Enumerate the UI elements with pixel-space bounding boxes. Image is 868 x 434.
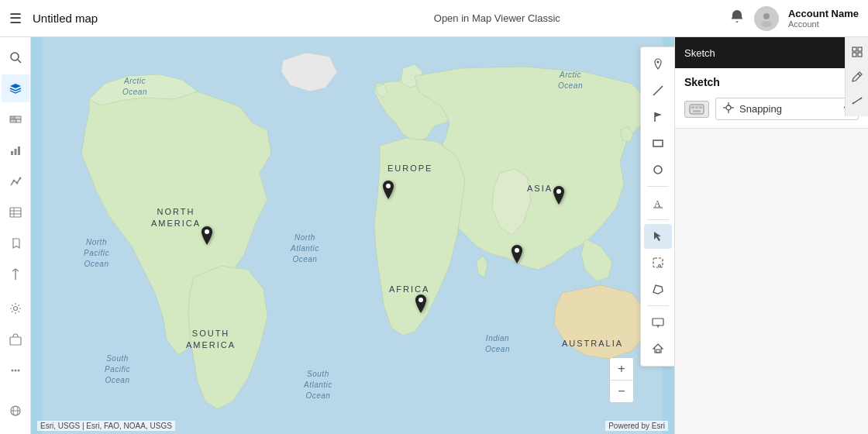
marker-south-asia[interactable]: [510, 245, 524, 264]
lasso-tool-button[interactable]: [644, 250, 672, 275]
svg-rect-48: [852, 53, 856, 57]
svg-point-34: [656, 61, 659, 64]
sidebar-item-more[interactable]: [2, 356, 29, 384]
svg-rect-47: [858, 47, 862, 51]
select-tool-button[interactable]: [644, 224, 672, 249]
svg-point-59: [726, 105, 731, 110]
zoom-controls: + −: [609, 357, 634, 403]
panel-content-area: [675, 129, 868, 434]
sidebar-item-analysis[interactable]: [2, 136, 29, 164]
svg-rect-56: [695, 106, 698, 108]
left-sidebar: [0, 37, 31, 434]
topbar-right: Account Name Account: [729, 6, 859, 31]
svg-rect-5: [15, 116, 21, 119]
circle-tool-button[interactable]: [644, 157, 672, 182]
svg-line-52: [852, 102, 854, 104]
svg-point-20: [11, 370, 13, 372]
svg-point-30: [556, 189, 561, 194]
map-powered-by: Powered by Esri: [605, 421, 668, 431]
account-info: Account Name Account: [788, 8, 859, 29]
keyboard-shortcut-icon[interactable]: [684, 101, 709, 118]
sidebar-item-basemap[interactable]: [2, 105, 29, 133]
svg-point-1: [761, 21, 772, 27]
pin-tool-button[interactable]: [644, 52, 672, 77]
text-tool-button[interactable]: A: [644, 191, 672, 215]
right-panel: Sketch Sketch ×: [674, 37, 868, 434]
tool-divider-1: [647, 186, 669, 187]
sketch-snapping-row: Snapping: [675, 93, 868, 128]
sidebar-item-globe[interactable]: [2, 397, 29, 425]
main-area: Arctic Ocean Arctic Ocean NORTH AMERICA …: [0, 37, 868, 434]
polygon-tool-button[interactable]: [644, 277, 672, 301]
svg-rect-58: [693, 110, 701, 112]
user-avatar[interactable]: [754, 6, 779, 31]
svg-rect-45: [656, 350, 660, 353]
svg-point-12: [16, 182, 18, 184]
marker-asia[interactable]: [552, 186, 566, 205]
svg-line-3: [18, 60, 21, 63]
svg-rect-36: [653, 140, 663, 146]
notification-bell[interactable]: [729, 9, 745, 28]
svg-rect-7: [16, 119, 21, 122]
svg-point-32: [418, 298, 423, 302]
sketch-sub-panel: Sketch × Snapping: [675, 68, 868, 129]
svg-rect-54: [690, 105, 704, 114]
rectangle-tool-button[interactable]: [644, 131, 672, 156]
sidebar-item-collapse[interactable]: [2, 428, 29, 434]
svg-rect-10: [18, 146, 20, 155]
marker-europe[interactable]: [381, 181, 395, 199]
svg-point-13: [19, 177, 21, 180]
snapping-icon: [722, 102, 735, 116]
measure-panel-button[interactable]: [847, 91, 867, 112]
zoom-out-button[interactable]: −: [610, 381, 633, 402]
marker-central-africa[interactable]: [414, 294, 428, 313]
svg-point-29: [386, 184, 391, 188]
right-floating-col: [845, 37, 868, 116]
topbar-center: Open in Map Viewer Classic: [265, 12, 729, 24]
sketch-toolbar: A: [640, 46, 674, 367]
zoom-in-button[interactable]: +: [610, 358, 633, 380]
svg-rect-49: [858, 53, 862, 57]
sidebar-item-settings[interactable]: [2, 294, 29, 322]
sidebar-item-table[interactable]: [2, 198, 29, 226]
svg-rect-6: [10, 119, 16, 122]
svg-point-22: [17, 370, 19, 372]
svg-point-33: [515, 248, 519, 253]
map-attribution: Esri, USGS | Esri, FAO, NOAA, USGS: [37, 421, 175, 431]
sidebar-item-share[interactable]: [2, 326, 29, 353]
hamburger-menu[interactable]: ☰: [9, 10, 22, 27]
snapping-dropdown[interactable]: Snapping: [715, 98, 859, 120]
sidebar-item-directions[interactable]: [2, 260, 29, 288]
svg-rect-14: [10, 208, 21, 217]
svg-point-21: [14, 370, 16, 372]
map-area[interactable]: Arctic Ocean Arctic Ocean NORTH AMERICA …: [31, 37, 674, 434]
svg-point-0: [763, 13, 770, 19]
sidebar-item-bookmarks[interactable]: [2, 229, 29, 257]
svg-rect-19: [10, 337, 21, 345]
monitor-tool-button[interactable]: [644, 310, 672, 335]
svg-rect-55: [691, 106, 694, 108]
svg-rect-9: [14, 149, 16, 155]
tool-divider-2: [647, 219, 669, 220]
marker-north-america[interactable]: [200, 226, 214, 245]
sketch-sub-header: Sketch ×: [675, 68, 868, 93]
tool-divider-3: [647, 305, 669, 306]
line-tool-button[interactable]: [644, 78, 672, 103]
sidebar-item-charts[interactable]: [2, 167, 29, 195]
svg-rect-46: [852, 47, 856, 51]
snapping-label: Snapping: [739, 103, 838, 115]
sketch-panel-header[interactable]: Sketch: [675, 37, 868, 68]
house-tool-button[interactable]: [644, 336, 672, 361]
open-classic-button[interactable]: Open in Map Viewer Classic: [434, 12, 560, 24]
flag-tool-button[interactable]: [644, 105, 672, 129]
svg-rect-40: [653, 258, 663, 267]
svg-point-11: [12, 180, 15, 182]
edit-panel-button[interactable]: [847, 67, 867, 87]
svg-rect-42: [653, 319, 663, 326]
sketch-dropdown-title: Sketch: [684, 47, 715, 59]
sidebar-item-layers[interactable]: [2, 74, 29, 102]
svg-point-31: [205, 229, 209, 234]
svg-line-50: [858, 74, 860, 76]
sidebar-item-search[interactable]: [2, 43, 29, 71]
properties-panel-button[interactable]: [847, 42, 867, 62]
